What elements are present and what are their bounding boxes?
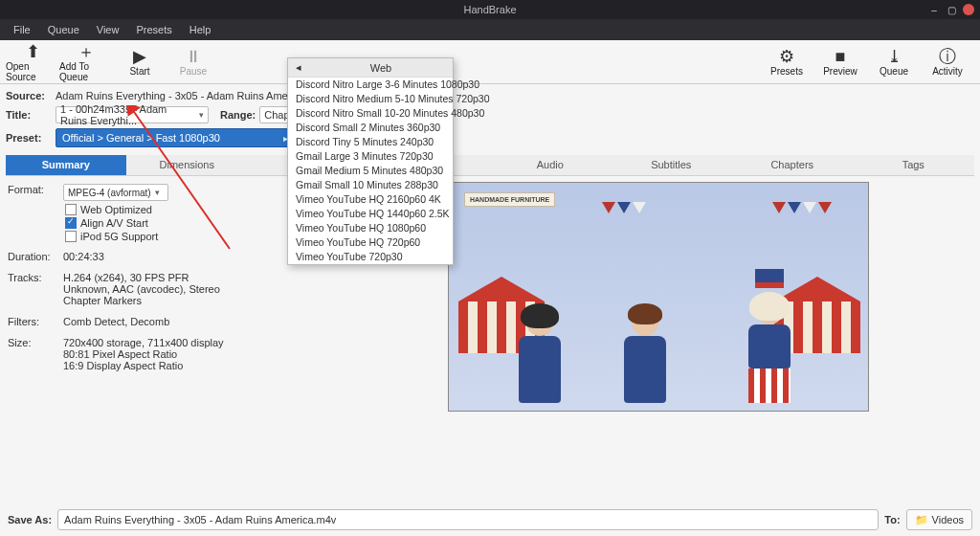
pause-icon: ⏸ [185, 47, 202, 66]
menu-file[interactable]: File [6, 22, 38, 37]
web-optimized-label: Web Optimized [80, 204, 152, 215]
preset-value: Official > General > Fast 1080p30 [62, 132, 220, 144]
duration-value: 00:24:33 [63, 251, 104, 262]
saveas-input[interactable]: Adam Ruins Everything - 3x05 - Adam Ruin… [57, 509, 879, 530]
preview-button[interactable]: ■ Preview [813, 42, 867, 81]
submenu-title: Web [309, 62, 453, 74]
format-dropdown[interactable]: MPEG-4 (avformat) [63, 184, 168, 201]
align-av-checkbox[interactable] [65, 217, 77, 229]
info-icon: ⓘ [939, 47, 956, 66]
folder-icon: 📁 [915, 514, 928, 526]
preview-label: Preview [823, 66, 858, 77]
queue-icon: ⤓ [887, 47, 902, 66]
size-line-2: 80:81 Pixel Aspect Ratio [63, 348, 224, 360]
tab-audio[interactable]: Audio [490, 155, 612, 175]
window-titlebar: HandBrake – ▢ [0, 0, 980, 19]
preset-label: Preset: [6, 132, 52, 144]
preset-item[interactable]: Discord Small 2 Minutes 360p30 [288, 121, 453, 135]
tracks-label: Tracks: [8, 272, 57, 306]
filters-label: Filters: [8, 316, 57, 327]
tab-chapters[interactable]: Chapters [732, 155, 854, 175]
toolbar: ⬆ Open Source ＋ Add To Queue ▶ Start ⏸ P… [0, 40, 980, 84]
queue-label: Queue [880, 66, 908, 77]
add-to-queue-label: Add To Queue [59, 61, 113, 82]
ipod-checkbox[interactable] [65, 231, 77, 242]
tab-bar: Summary Dimensions Filters Video Audio S… [6, 155, 974, 176]
preset-item[interactable]: Vimeo YouTube HQ 1440p60 2.5K [288, 207, 453, 221]
align-av-label: Align A/V Start [80, 217, 148, 229]
preset-item[interactable]: Discord Nitro Large 3-6 Minutes 1080p30 [288, 78, 453, 92]
queue-button[interactable]: ⤓ Queue [867, 42, 921, 81]
tracks-line-3: Chapter Markers [63, 295, 220, 306]
window-title: HandBrake [0, 4, 980, 15]
tab-subtitles[interactable]: Subtitles [612, 155, 733, 175]
preset-item[interactable]: Gmail Large 3 Minutes 720p30 [288, 149, 453, 164]
destination-button[interactable]: 📁 Videos [906, 509, 972, 530]
activity-label: Activity [932, 66, 963, 77]
preset-item[interactable]: Discord Tiny 5 Minutes 240p30 [288, 135, 453, 149]
menu-view[interactable]: View [89, 22, 127, 37]
open-source-label: Open Source [6, 61, 59, 82]
submenu-back-button[interactable]: ◂ [288, 61, 309, 74]
preset-dropdown[interactable]: Official > General > Fast 1080p30 [56, 128, 295, 147]
preset-submenu: ◂ Web Discord Nitro Large 3-6 Minutes 10… [287, 57, 454, 265]
start-label: Start [129, 66, 149, 77]
camera-icon: ■ [835, 47, 846, 66]
size-line-1: 720x400 storage, 711x400 display [63, 337, 224, 348]
saveas-value: Adam Ruins Everything - 3x05 - Adam Ruin… [64, 514, 336, 525]
close-icon[interactable] [963, 4, 974, 15]
preset-item[interactable]: Gmail Small 10 Minutes 288p30 [288, 178, 453, 192]
play-icon: ▶ [133, 47, 146, 66]
tab-tags[interactable]: Tags [854, 155, 975, 175]
title-label: Title: [6, 109, 52, 121]
range-label: Range: [220, 109, 256, 121]
presets-label: Presets [770, 66, 803, 77]
start-button[interactable]: ▶ Start [113, 42, 167, 81]
main-content: Source: Adam Ruins Everything - 3x05 - A… [0, 84, 980, 421]
preset-item[interactable]: Vimeo YouTube 720p30 [288, 250, 453, 264]
size-line-3: 16:9 Display Aspect Ratio [63, 360, 224, 371]
preset-item[interactable]: Vimeo YouTube HQ 720p60 [288, 235, 453, 250]
size-label: Size: [8, 337, 57, 371]
menu-presets[interactable]: Presets [128, 22, 179, 37]
summary-pane: Format: MPEG-4 (avformat) Web Optimized … [6, 176, 974, 417]
preset-item[interactable]: Discord Nitro Small 10-20 Minutes 480p30 [288, 106, 453, 121]
menu-queue[interactable]: Queue [40, 22, 87, 37]
saveas-label: Save As: [8, 514, 52, 525]
presets-button[interactable]: ⚙ Presets [760, 42, 813, 81]
ipod-label: iPod 5G Support [80, 231, 158, 242]
open-source-icon: ⬆ [26, 42, 40, 61]
title-dropdown[interactable]: 1 - 00h24m33s - Adam Ruins Everythi... [56, 106, 209, 123]
open-source-button[interactable]: ⬆ Open Source [6, 42, 59, 81]
duration-label: Duration: [8, 251, 57, 262]
maximize-icon[interactable]: ▢ [946, 4, 957, 15]
gear-icon: ⚙ [779, 47, 794, 66]
footer: Save As: Adam Ruins Everything - 3x05 - … [0, 503, 980, 536]
menu-bar: File Queue View Presets Help [0, 19, 980, 40]
preset-item[interactable]: Gmail Medium 5 Minutes 480p30 [288, 164, 453, 178]
tab-summary[interactable]: Summary [6, 155, 127, 175]
preset-item[interactable]: Vimeo YouTube HQ 2160p60 4K [288, 192, 453, 207]
source-label: Source: [6, 90, 52, 101]
to-value: Videos [932, 514, 964, 525]
pause-button[interactable]: ⏸ Pause [167, 42, 220, 81]
tab-dimensions[interactable]: Dimensions [127, 155, 249, 175]
plus-icon: ＋ [78, 42, 95, 61]
add-to-queue-button[interactable]: ＋ Add To Queue [59, 42, 113, 81]
filters-value: Comb Detect, Decomb [63, 316, 169, 327]
minimize-icon[interactable]: – [928, 4, 940, 15]
tracks-line-1: H.264 (x264), 30 FPS PFR [63, 272, 220, 283]
tracks-line-2: Unknown, AAC (avcodec), Stereo [63, 283, 220, 295]
to-label: To: [884, 514, 900, 525]
preset-item[interactable]: Vimeo YouTube HQ 1080p60 [288, 221, 453, 235]
format-label: Format: [8, 184, 57, 201]
video-preview: HANDMADE FURNITURE [448, 182, 869, 412]
activity-button[interactable]: ⓘ Activity [921, 42, 974, 81]
menu-help[interactable]: Help [182, 22, 219, 37]
pause-label: Pause [180, 66, 207, 77]
preset-item[interactable]: Discord Nitro Medium 5-10 Minutes 720p30 [288, 92, 453, 106]
web-optimized-checkbox[interactable] [65, 204, 77, 215]
